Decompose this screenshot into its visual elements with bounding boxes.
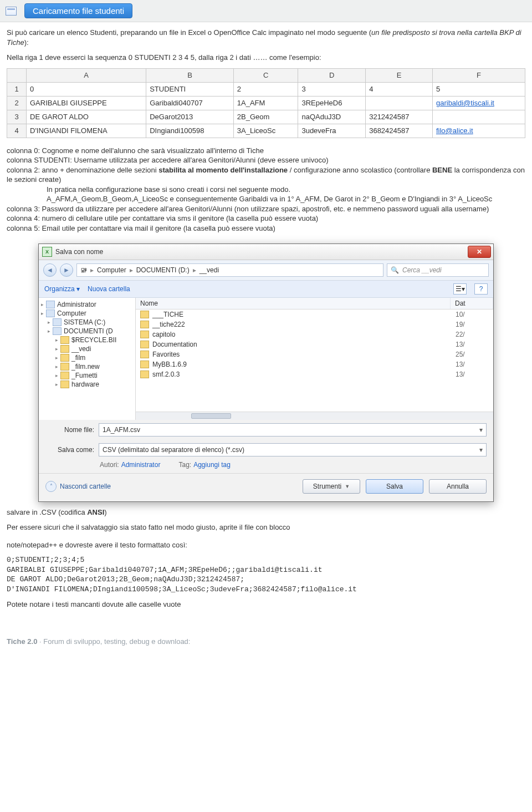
crumb[interactable]: __vedi — [200, 266, 219, 274]
horizontal-scrollbar[interactable] — [136, 412, 493, 420]
col-header-name[interactable]: Nome — [136, 298, 451, 309]
tree-node[interactable]: ▸_Fumetti — [40, 371, 134, 380]
label: Nascondi cartelle — [60, 483, 111, 490]
expand-icon[interactable]: ▸ — [41, 302, 44, 307]
file-name: Favorites — [152, 351, 456, 358]
chevron-down-icon[interactable]: ▾ — [479, 446, 483, 454]
file-row[interactable]: __tiche22219/ — [136, 319, 493, 329]
cell: DIngiandi100598 — [146, 124, 234, 138]
tree-node[interactable]: ▸DOCUMENTI (D — [40, 327, 134, 336]
file-row[interactable]: MyBB.1.6.913/ — [136, 359, 493, 369]
cell: 3212424587 — [366, 110, 433, 124]
cell: 3REpeHeD6 — [298, 96, 366, 110]
expand-icon[interactable]: ▸ — [55, 382, 58, 387]
file-row[interactable]: ___TICHE10/ — [136, 309, 493, 319]
author-label: Autori: — [100, 461, 119, 469]
cell: GARIBALBI GIUSEPPE — [27, 96, 146, 110]
expand-icon[interactable]: ▸ — [55, 373, 58, 378]
tree-node[interactable]: ▸__vedi — [40, 344, 134, 353]
expand-icon[interactable]: ▸ — [55, 364, 58, 369]
savetype-label: Salva come: — [45, 446, 94, 454]
col2-desc: colonna 2: anno + denominazione delle se… — [7, 165, 525, 204]
save-button[interactable]: Salva — [366, 479, 423, 494]
tree-node[interactable]: ▸$RECYCLE.BII — [40, 336, 134, 344]
col-header: B — [146, 68, 234, 82]
text: colonna 2: anno + denominazione delle se… — [7, 166, 158, 174]
author-value[interactable]: Administrator — [121, 461, 161, 469]
expand-icon[interactable]: ▸ — [55, 355, 58, 361]
file-name: capitolo — [152, 331, 456, 338]
chevron-down-icon[interactable]: ▾ — [479, 426, 483, 434]
col-header: E — [366, 68, 433, 82]
cell: filo@alice.it — [432, 124, 525, 138]
file-row[interactable]: capitolo22/ — [136, 329, 493, 339]
cancel-button[interactable]: Annulla — [429, 479, 487, 494]
folder-icon — [60, 363, 69, 371]
cell: garibaldi@tiscali.it — [432, 96, 525, 110]
placeholder: Cerca __vedi — [402, 266, 442, 274]
text-bold: ANSI — [87, 508, 104, 516]
search-input[interactable]: 🔍 Cerca __vedi — [387, 263, 489, 277]
tree-label: Administrator — [57, 301, 96, 308]
expand-icon[interactable]: ▸ — [48, 328, 50, 334]
row-header: 4 — [7, 124, 27, 138]
tree-node[interactable]: ▸SISTEMA (C:) — [40, 318, 134, 327]
cell — [432, 110, 525, 124]
expand-icon[interactable]: ▸ — [41, 311, 44, 316]
back-button[interactable]: ◄ — [43, 263, 57, 277]
email-link[interactable]: filo@alice.it — [436, 126, 473, 135]
filename-value: 1A_AFM.csv — [103, 426, 140, 434]
help-button[interactable]: ? — [474, 283, 488, 295]
file-date: 25/ — [456, 351, 489, 358]
expand-icon[interactable]: ▸ — [55, 346, 58, 352]
dialog-navbar: ◄ ► 🖳 ▸ Computer ▸ DOCUMENTI (D:) ▸ __ve… — [39, 260, 493, 281]
folder-icon — [140, 321, 149, 328]
upload-students-button[interactable]: Caricamento file studenti — [24, 3, 132, 18]
folder-icon — [140, 341, 149, 348]
tree-node[interactable]: ▸_film.new — [40, 362, 134, 371]
crumb[interactable]: DOCUMENTI (D:) — [136, 266, 190, 274]
tree-label: _Fumetti — [71, 372, 98, 379]
cell: 4 — [366, 82, 433, 96]
text: salvare in .CSV (codifica — [7, 508, 87, 516]
window-icon — [6, 7, 17, 16]
file-date: 13/ — [456, 341, 489, 348]
folder-icon — [140, 371, 149, 378]
hide-folders-button[interactable]: ˄ Nascondi cartelle — [45, 481, 111, 492]
chevron-right-icon: ▸ — [90, 266, 94, 274]
tree-node[interactable]: ▸_film — [40, 353, 134, 362]
email-link[interactable]: garibaldi@tiscali.it — [436, 99, 494, 107]
column-descriptions: colonna 0: Cognome e nome dell'alunno ch… — [7, 146, 525, 234]
after-para-3: note/notepad++ e dovreste avere il testo… — [7, 540, 525, 550]
filename-label: Nome file: — [45, 426, 94, 434]
folder-icon — [140, 311, 149, 318]
crumb[interactable]: Computer — [97, 266, 126, 274]
breadcrumb[interactable]: 🖳 ▸ Computer ▸ DOCUMENTI (D:) ▸ __vedi — [76, 263, 383, 277]
tree-node[interactable]: ▸Computer — [40, 309, 134, 318]
filename-input[interactable]: 1A_AFM.csv ▾ — [99, 423, 487, 437]
view-options-button[interactable]: ☰▾ — [453, 283, 467, 295]
tree-node[interactable]: ▸hardware — [40, 380, 134, 389]
savetype-select[interactable]: CSV (delimitato dal separatore di elenco… — [99, 443, 487, 456]
forward-button[interactable]: ► — [60, 263, 73, 277]
tag-value[interactable]: Aggiungi tag — [193, 461, 231, 469]
tree-node[interactable]: ▸Administrator — [40, 300, 134, 309]
close-button[interactable]: ✕ — [468, 246, 491, 258]
cell: 1A_AFM — [233, 96, 298, 110]
file-row[interactable]: smf.2.0.313/ — [136, 369, 493, 379]
excel-icon: X — [42, 247, 52, 257]
folder-icon — [46, 301, 55, 308]
dialog-title: Salva con nome — [55, 248, 103, 256]
folder-icon — [53, 318, 62, 326]
folder-tree[interactable]: ▸Administrator▸Computer▸SISTEMA (C:)▸DOC… — [39, 298, 136, 420]
file-row[interactable]: Favorites25/ — [136, 349, 493, 359]
new-folder-button[interactable]: Nuova cartella — [88, 285, 130, 293]
col-header-date[interactable]: Dat — [451, 298, 493, 309]
file-row[interactable]: Documentation13/ — [136, 339, 493, 349]
organize-menu[interactable]: Organizza ▾ — [44, 285, 80, 293]
file-list[interactable]: Nome Dat ___TICHE10/__tiche22219/capitol… — [136, 298, 493, 420]
expand-icon[interactable]: ▸ — [48, 319, 50, 325]
expand-icon[interactable]: ▸ — [55, 337, 58, 343]
example-spreadsheet: ABCDEF 10STUDENTI23452GARIBALBI GIUSEPPE… — [7, 68, 525, 138]
tools-menu[interactable]: Strumenti▼ — [303, 479, 360, 494]
